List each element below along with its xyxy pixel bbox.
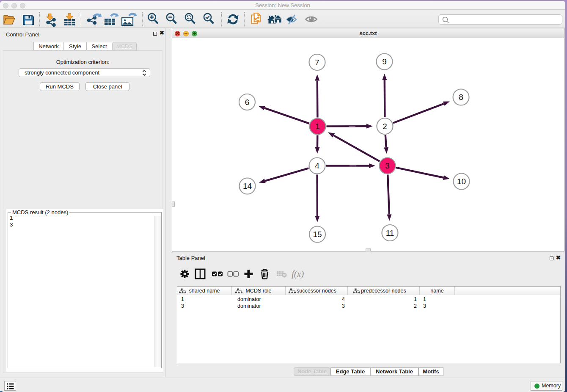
svg-text:3: 3 <box>385 161 390 170</box>
svg-text:1: 1 <box>315 122 320 131</box>
svg-text:11: 11 <box>386 229 394 237</box>
svg-text:9: 9 <box>382 57 387 66</box>
svg-text:2: 2 <box>383 122 387 131</box>
svg-text:14: 14 <box>243 182 252 190</box>
svg-text:8: 8 <box>459 93 463 102</box>
svg-text:6: 6 <box>245 98 250 107</box>
svg-text:10: 10 <box>457 177 466 186</box>
svg-text:f(x): f(x) <box>292 269 304 279</box>
svg-text:7: 7 <box>315 58 319 67</box>
svg-text:15: 15 <box>313 230 322 239</box>
svg-text:4: 4 <box>315 161 319 170</box>
